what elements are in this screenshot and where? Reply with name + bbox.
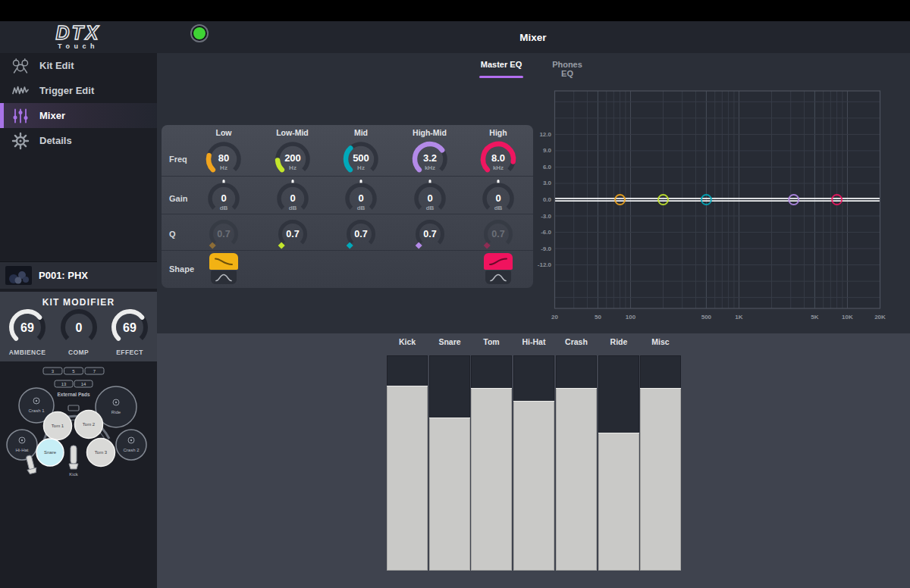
drum-pad-tom-2[interactable]: Tom 2 bbox=[75, 411, 103, 439]
drum-pad-snare[interactable]: Snare bbox=[36, 439, 64, 466]
channel-mixer: KickSnareTomHi-HatCrashRideMisc bbox=[157, 333, 910, 588]
dtx-touch-app: DTX Touch Mixer Kit EditTrigger EditMixe… bbox=[0, 0, 910, 588]
sidebar-item-trigger-edit[interactable]: Trigger Edit bbox=[0, 78, 157, 103]
tab-master-eq[interactable]: Master EQ bbox=[479, 60, 523, 78]
freq-knob-high[interactable]: 8.0kHz bbox=[475, 138, 521, 177]
external-pad-button-13[interactable]: 13 bbox=[55, 380, 73, 387]
kit-modifier-knob-comp[interactable]: 0COMP bbox=[55, 308, 103, 356]
gear-icon bbox=[11, 132, 30, 150]
eq-section: Master EQPhones EQ FreqGainQShapeLow80Hz… bbox=[157, 53, 910, 333]
eq-row-label-shape: Shape bbox=[169, 264, 194, 274]
kit-modifier-knob-label: AMBIENCE bbox=[3, 349, 52, 356]
svg-text:Tom 3: Tom 3 bbox=[95, 450, 108, 455]
drum-pad-tom-3[interactable]: Tom 3 bbox=[87, 439, 115, 467]
svg-text:0.7: 0.7 bbox=[286, 229, 299, 239]
freq-knob-high-mid[interactable]: 3.2kHz bbox=[407, 138, 453, 177]
sidebar-item-details[interactable]: Details bbox=[0, 128, 157, 153]
eq-row-label-gain: Gain bbox=[169, 194, 187, 203]
q-knob-high-mid[interactable]: 0.7 bbox=[407, 217, 453, 251]
window-top-strip bbox=[0, 0, 910, 21]
x-axis-tick-label: 20K bbox=[874, 314, 886, 321]
x-axis-tick-label: 20 bbox=[551, 314, 558, 321]
q-knob-low-mid[interactable]: 0.7 bbox=[270, 217, 315, 251]
svg-text:Tom 2: Tom 2 bbox=[83, 422, 96, 427]
shape-shelf-button-low[interactable] bbox=[209, 253, 238, 270]
tab-label: Phones EQ bbox=[552, 60, 582, 78]
fader-crash[interactable] bbox=[556, 355, 597, 571]
freq-knob-low-mid[interactable]: 200Hz bbox=[270, 138, 315, 177]
fader-label-tom: Tom bbox=[471, 337, 512, 346]
tab-label: Master EQ bbox=[481, 60, 522, 69]
fader-kick[interactable] bbox=[387, 355, 428, 571]
shelf-curve-icon bbox=[484, 253, 513, 270]
svg-text:0: 0 bbox=[75, 321, 82, 334]
shape-peak-button-low[interactable] bbox=[211, 271, 237, 284]
svg-text:dB: dB bbox=[357, 205, 366, 211]
svg-text:Hi-Hat: Hi-Hat bbox=[15, 448, 28, 452]
svg-text:Hz: Hz bbox=[289, 164, 297, 171]
fader-label-kick: Kick bbox=[387, 337, 428, 346]
svg-text:0.7: 0.7 bbox=[354, 229, 367, 239]
q-knob-mid[interactable]: 0.7 bbox=[338, 217, 384, 251]
shape-shelf-button-high[interactable] bbox=[484, 253, 513, 270]
q-knob-low[interactable]: 0.7 bbox=[201, 217, 246, 251]
main-content: Master EQPhones EQ FreqGainQShapeLow80Hz… bbox=[157, 53, 910, 588]
hihat-pedal bbox=[24, 455, 37, 474]
external-pad-button-14[interactable]: 14 bbox=[74, 380, 93, 387]
svg-text:Tom 1: Tom 1 bbox=[52, 424, 64, 428]
fader-misc[interactable] bbox=[640, 355, 681, 571]
svg-text:kHz: kHz bbox=[424, 164, 435, 171]
kit-modifier-knob-label: COMP bbox=[55, 349, 103, 356]
fader-label-hi-hat: Hi-Hat bbox=[513, 337, 554, 346]
fader-fill bbox=[429, 418, 470, 571]
fader-hi-hat[interactable] bbox=[513, 355, 554, 571]
eq-band-header-low: Low bbox=[216, 128, 232, 137]
sidebar-item-label: Mixer bbox=[39, 110, 65, 121]
fader-label-ride: Ride bbox=[598, 337, 639, 346]
svg-text:0.7: 0.7 bbox=[423, 229, 436, 239]
sidebar-item-kit-edit[interactable]: Kit Edit bbox=[0, 53, 157, 78]
sidebar-item-label: Details bbox=[39, 135, 72, 146]
eq-row-label-freq: Freq bbox=[169, 155, 187, 164]
svg-text:200: 200 bbox=[284, 152, 301, 164]
svg-text:0: 0 bbox=[358, 192, 363, 204]
drum-pad-kick[interactable]: Kick bbox=[69, 446, 79, 477]
kit-name: P001: PHX bbox=[39, 270, 88, 281]
fader-fill bbox=[556, 388, 597, 571]
fader-tom[interactable] bbox=[471, 355, 512, 571]
y-axis-tick-label: -3.0 bbox=[541, 213, 551, 220]
drum-pad-crash-2[interactable]: Crash 2 bbox=[116, 430, 146, 460]
page-title: Mixer bbox=[519, 32, 546, 43]
svg-text:Crash 2: Crash 2 bbox=[123, 448, 140, 452]
peak-curve-icon bbox=[211, 271, 237, 284]
external-pad-button-5[interactable]: 5 bbox=[64, 368, 83, 374]
gain-knob-high-mid[interactable]: 0dB bbox=[407, 178, 453, 214]
freq-knob-mid[interactable]: 500Hz bbox=[338, 138, 384, 177]
gain-knob-high[interactable]: 0dB bbox=[475, 178, 521, 214]
fader-ride[interactable] bbox=[598, 355, 639, 571]
external-pad-button-3[interactable]: 3 bbox=[43, 368, 62, 374]
svg-text:14: 14 bbox=[81, 382, 86, 386]
logo-text-dtx: DTX bbox=[56, 23, 101, 43]
shape-peak-button-high[interactable] bbox=[485, 271, 511, 284]
q-knob-high[interactable]: 0.7 bbox=[475, 217, 521, 251]
fader-snare[interactable] bbox=[429, 355, 470, 571]
shelf-curve-icon bbox=[209, 253, 238, 270]
x-axis-tick-label: 50 bbox=[595, 314, 601, 321]
svg-text:Crash 1: Crash 1 bbox=[28, 408, 45, 413]
drum-pad-tom-1[interactable]: Tom 1 bbox=[44, 412, 72, 440]
external-pad-button-7[interactable]: 7 bbox=[85, 368, 104, 374]
drum-pad-hi-hat[interactable]: Hi-Hat bbox=[7, 430, 37, 460]
gain-knob-mid[interactable]: 0dB bbox=[338, 178, 384, 214]
kit-modifier-knob-ambience[interactable]: 69AMBIENCE bbox=[3, 308, 52, 356]
kit-modifier-title: KIT MODIFIER bbox=[0, 292, 157, 308]
fader-fill bbox=[640, 388, 681, 571]
sidebar-item-mixer[interactable]: Mixer bbox=[0, 103, 157, 128]
gain-knob-low-mid[interactable]: 0dB bbox=[270, 178, 315, 214]
tab-phones-eq[interactable]: Phones EQ bbox=[545, 60, 589, 78]
kit-select-row[interactable]: P001: PHX bbox=[0, 261, 157, 289]
svg-text:0: 0 bbox=[495, 192, 500, 204]
kit-modifier-knob-effect[interactable]: 69EFFECT bbox=[105, 308, 154, 356]
freq-knob-low[interactable]: 80Hz bbox=[201, 138, 246, 177]
gain-knob-low[interactable]: 0dB bbox=[201, 178, 246, 214]
